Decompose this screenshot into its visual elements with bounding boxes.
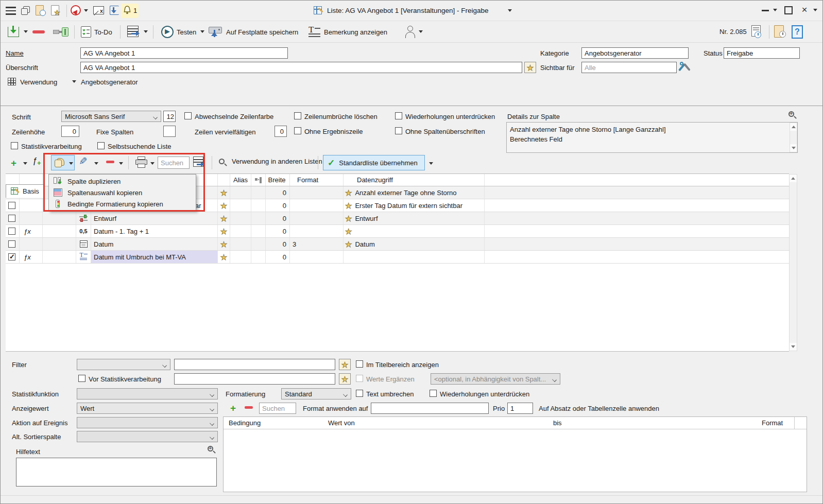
- save-dropdown-arrow[interactable]: [24, 30, 28, 35]
- hamburger-menu-icon[interactable]: [6, 7, 16, 15]
- datenzugriff-favorite-icon[interactable]: ★: [345, 215, 352, 222]
- user-dropdown[interactable]: [419, 30, 423, 35]
- vor-statistik-favorite-button[interactable]: ★: [339, 373, 351, 385]
- delete-column-button[interactable]: [106, 161, 114, 163]
- edit-column-dropdown[interactable]: [94, 162, 98, 167]
- schrift-size-input[interactable]: 12: [163, 111, 176, 122]
- remove-icon[interactable]: [32, 30, 45, 33]
- sichtbar-input[interactable]: Alle: [581, 62, 677, 73]
- navigation-compass-icon[interactable]: [71, 5, 82, 16]
- statistikfunktion-select[interactable]: [77, 388, 218, 399]
- connector-icon[interactable]: [53, 27, 70, 37]
- standardliste-button[interactable]: ✓ Standardliste übernehmen: [323, 155, 425, 170]
- hilfetext-textarea[interactable]: [16, 458, 217, 486]
- navigation-dropdown-arrow[interactable]: [84, 9, 88, 14]
- werte-ergaenzen-checkbox[interactable]: [356, 375, 363, 382]
- row-checkbox[interactable]: [8, 228, 15, 235]
- testen-dropdown[interactable]: [200, 30, 204, 35]
- remove-condition-button[interactable]: [245, 406, 253, 409]
- table-row[interactable]: ƒx 0,5 Datum - 1. Tag + 1 ★ 0 ★: [6, 225, 789, 238]
- help-icon[interactable]: ?: [792, 25, 803, 39]
- favorite-icon[interactable]: ★: [220, 253, 227, 261]
- print-dropdown[interactable]: [150, 162, 155, 167]
- tools-icon[interactable]: [679, 62, 691, 73]
- envelope-x-icon[interactable]: x: [93, 6, 105, 15]
- datenzugriff-favorite-icon[interactable]: ★: [345, 189, 352, 197]
- close-button[interactable]: ×: [800, 6, 809, 15]
- verwendung-in-listen-button[interactable]: Verwendung in anderen Listen: [219, 158, 322, 165]
- fixe-spalten-input[interactable]: [163, 126, 176, 137]
- filter-wiederholungen-checkbox[interactable]: [430, 390, 437, 397]
- row-checkbox[interactable]: [8, 240, 15, 248]
- table-row[interactable]: ƒx T Datum mit Umbruch bei MT-VA ★ 0: [6, 251, 789, 264]
- maximize-button[interactable]: [784, 6, 793, 14]
- delete-column-dropdown[interactable]: [119, 162, 123, 167]
- zeilenhoehe-input[interactable]: 0: [61, 126, 79, 137]
- zeilen-verv-input[interactable]: 0: [275, 126, 287, 137]
- filter-select[interactable]: [77, 359, 170, 370]
- datenzugriff-favorite-icon[interactable]: ★: [345, 240, 352, 248]
- notification-area[interactable]: 1: [121, 4, 139, 18]
- window-title-dropdown[interactable]: [508, 9, 512, 14]
- list-export-icon[interactable]: [127, 26, 141, 38]
- format-anwenden-input[interactable]: [371, 403, 489, 414]
- werte-ergaenzen-select[interactable]: <optional, in Abhängigkeit von Spalt...: [431, 373, 560, 385]
- formatierung-select[interactable]: Standard: [281, 388, 351, 399]
- row-checkbox[interactable]: [8, 202, 15, 209]
- kategorie-input[interactable]: Angebotsgenerator: [581, 47, 689, 59]
- wiederholungen-checkbox[interactable]: [395, 112, 402, 119]
- menu-item-spalte-duplizieren[interactable]: Spalte duplizieren: [49, 176, 196, 187]
- anzeigewert-select[interactable]: Wert: [77, 403, 218, 414]
- add-formula-button[interactable]: ƒ+: [32, 157, 44, 168]
- close-dropdown[interactable]: [813, 9, 817, 13]
- edit-column-button[interactable]: ✎: [79, 155, 88, 167]
- row-checkbox[interactable]: [8, 253, 15, 260]
- aktion-select[interactable]: [77, 417, 218, 428]
- save-import-icon[interactable]: [8, 26, 20, 38]
- add-column-dropdown[interactable]: [23, 162, 27, 167]
- recent-documents-icon[interactable]: [36, 5, 47, 16]
- datenzugriff-favorite-icon[interactable]: ★: [345, 202, 352, 210]
- menu-item-spaltenauswahl-kopieren[interactable]: Spaltenauswahl kopieren: [49, 187, 196, 198]
- table-scrollbar[interactable]: [789, 174, 797, 351]
- document-history-icon[interactable]: [774, 25, 787, 39]
- checkin-icon[interactable]: [110, 6, 120, 16]
- user-icon[interactable]: [405, 26, 416, 38]
- name-input[interactable]: AG VA Angebot 1: [80, 47, 288, 59]
- prio-input[interactable]: 1: [507, 403, 533, 414]
- details-zoom-icon[interactable]: [788, 111, 794, 117]
- ohne-spalten-checkbox[interactable]: [395, 127, 402, 134]
- list-export-dropdown[interactable]: [144, 30, 148, 35]
- details-scrollbar[interactable]: [790, 123, 797, 152]
- copy-column-dropdown[interactable]: [69, 162, 73, 167]
- abwechselnde-checkbox[interactable]: [184, 112, 192, 119]
- ueberschrift-favorite-button[interactable]: ★: [524, 62, 536, 73]
- verwendung-label[interactable]: Verwendung: [20, 78, 57, 86]
- favorite-icon[interactable]: ★: [220, 228, 227, 235]
- table-row[interactable]: Entwurf ★ 0 ★Entwurf: [6, 212, 789, 225]
- add-column-button[interactable]: +: [11, 158, 16, 168]
- bemerkung-button[interactable]: T Bemerkung anzeigen: [308, 26, 387, 38]
- minimize-dropdown[interactable]: [773, 9, 777, 13]
- table-row[interactable]: Datum ★ 0 3 ★Datum: [6, 238, 789, 251]
- table-jump-icon[interactable]: [193, 157, 205, 169]
- ueberschrift-input[interactable]: AG VA Angebot 1: [80, 62, 522, 73]
- schrift-select[interactable]: Microsoft Sans Serif: [61, 111, 161, 122]
- tab-basis[interactable]: Basis: [6, 184, 44, 198]
- standardliste-dropdown[interactable]: [429, 162, 433, 167]
- status-input[interactable]: Freigabe: [724, 47, 800, 59]
- testen-button[interactable]: ▶ Testen: [161, 26, 196, 38]
- copy-column-button[interactable]: [51, 155, 75, 170]
- verwendung-dropdown-arrow[interactable]: [72, 80, 76, 85]
- row-checkbox[interactable]: [8, 215, 15, 222]
- menu-item-bedingte-formatierung-kopieren[interactable]: Bedingte Formatierung kopieren: [49, 198, 196, 210]
- add-condition-button[interactable]: +: [230, 403, 236, 413]
- favorite-icon[interactable]: ★: [220, 189, 227, 197]
- datenzugriff-favorite-icon[interactable]: ★: [345, 228, 352, 235]
- conditions-table[interactable]: Bedingung Wert von bis Format: [223, 416, 807, 492]
- hilfetext-zoom-icon[interactable]: [208, 446, 213, 451]
- favorite-icon[interactable]: ★: [220, 215, 227, 222]
- text-umbrechen-checkbox[interactable]: [356, 390, 363, 397]
- vor-statistik-checkbox[interactable]: [78, 375, 85, 382]
- ohne-ergebnis-checkbox[interactable]: [294, 127, 301, 134]
